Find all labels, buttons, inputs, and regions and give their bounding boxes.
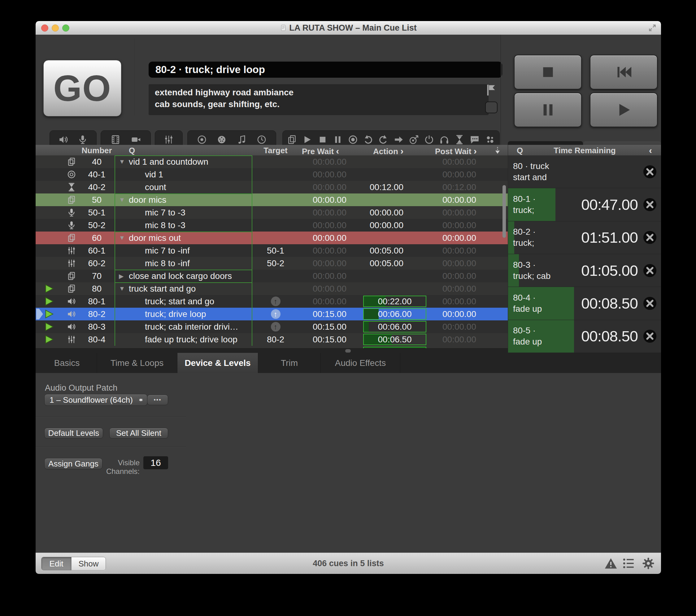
cue-row[interactable]: 80-3truck; cab interior drivi…↑00:15.000…	[36, 320, 508, 333]
post-wait-value[interactable]: 00:00.00	[429, 270, 495, 282]
cue-target-cell[interactable]: 50-1	[252, 244, 299, 257]
toolbar-redo-button[interactable]	[377, 134, 389, 145]
column-header-action[interactable]: Action ›	[373, 146, 404, 156]
pre-wait-value[interactable]: 00:15.00	[299, 308, 364, 320]
pre-wait-value[interactable]: 00:15.00	[299, 320, 364, 333]
horizontal-scrollbar[interactable]	[36, 348, 508, 353]
cue-target-cell[interactable]	[252, 270, 299, 282]
toolbar-play-button[interactable]	[301, 134, 313, 145]
cue-list-icon[interactable]	[622, 557, 636, 570]
post-wait-value[interactable]: 00:00.00	[429, 308, 495, 320]
action-cell[interactable]: 00:06.00	[364, 320, 429, 333]
vertical-scrollbar-thumb[interactable]	[503, 185, 506, 238]
pause-button[interactable]	[514, 93, 582, 127]
cue-row[interactable]: 60-2mic 8 to -inf50-200:00.0000:05.0000:…	[36, 257, 508, 270]
pre-wait-value[interactable]: 00:00.00	[299, 168, 364, 181]
post-wait-value[interactable]: 00:12.00	[429, 181, 495, 193]
flag-icon[interactable]	[485, 83, 498, 97]
toolbar-film-button[interactable]	[110, 134, 121, 145]
pre-wait-value[interactable]: 00:00.00	[299, 219, 364, 232]
action-cell[interactable]: 00:06.50	[364, 333, 429, 346]
cue-notes-field[interactable]: extended highway road ambiance cab sound…	[148, 84, 489, 115]
action-cell[interactable]	[364, 232, 429, 244]
pre-wait-value[interactable]: 00:00.00	[299, 270, 364, 282]
action-cell[interactable]	[364, 270, 429, 282]
pre-wait-value[interactable]: 00:00.00	[299, 257, 364, 270]
stop-cue-button[interactable]	[643, 165, 657, 179]
toolbar-microphone-button[interactable]	[77, 134, 89, 145]
inspector-tab-audio-effects[interactable]: Audio Effects	[321, 353, 400, 373]
horizontal-scrollbar-thumb[interactable]	[345, 349, 351, 352]
cue-target-cell[interactable]: 50-2	[252, 257, 299, 270]
cue-row[interactable]: 80-4fade up truck; drive loop80-200:15.0…	[36, 333, 508, 346]
post-wait-value[interactable]: 00:00.00	[429, 155, 495, 168]
action-cell[interactable]: 00:22.00	[364, 295, 429, 308]
cue-row[interactable]: 80-2truck; drive loop↑00:15.0000:06.0000…	[36, 308, 508, 320]
disclosure-open-icon[interactable]: ▼	[119, 234, 125, 241]
visible-channels-field[interactable]: 16	[143, 456, 168, 469]
audio-output-patch-select[interactable]: 1 – Soundflower (64ch)	[44, 394, 147, 406]
inspector-tab-trim[interactable]: Trim	[258, 353, 321, 373]
cue-name-cell[interactable]: ▼vid 1 and countdown	[114, 155, 267, 168]
toolbar-faders-button[interactable]	[163, 134, 175, 145]
inspector-tab-time-loops[interactable]: Time & Loops	[97, 353, 177, 373]
active-cue-row[interactable]: 80-4 ·fade up00:08.50	[508, 287, 661, 320]
action-cell[interactable]: 00:05.00	[364, 257, 429, 270]
toolbar-stop-button[interactable]	[317, 134, 329, 145]
toolbar-dart-button[interactable]	[408, 134, 420, 145]
action-cell[interactable]	[364, 282, 429, 295]
pre-wait-value[interactable]: 00:00.00	[299, 282, 364, 295]
stop-cue-button[interactable]	[643, 230, 657, 244]
default-levels-button[interactable]: Default Levels	[44, 428, 103, 439]
toolbar-copy-button[interactable]	[286, 134, 298, 145]
action-cell[interactable]: 00:06.00	[364, 308, 429, 320]
patch-more-button[interactable]: •••	[147, 395, 168, 405]
gear-icon[interactable]	[641, 557, 655, 570]
set-all-silent-button[interactable]: Set All Silent	[109, 428, 168, 439]
pre-wait-value[interactable]: 00:00.00	[299, 193, 364, 206]
cue-target-cell[interactable]	[252, 282, 299, 295]
post-wait-value[interactable]: 00:00.00	[429, 219, 495, 232]
toolbar-undo-button[interactable]	[362, 134, 374, 145]
post-wait-value[interactable]: 00:00.00	[429, 333, 495, 346]
cue-target-cell[interactable]	[252, 219, 299, 232]
toolbar-dots-button[interactable]	[484, 134, 496, 145]
toolbar-headphones-button[interactable]	[439, 134, 450, 145]
cue-target-cell[interactable]	[252, 193, 299, 206]
assign-gangs-button[interactable]: Assign Gangs	[44, 458, 102, 469]
cue-name-cell[interactable]: ▼truck start and go	[114, 282, 267, 295]
cue-row[interactable]: 70▶close and lock cargo doors00:00.0000:…	[36, 270, 508, 282]
pre-wait-value[interactable]: 00:00.00	[299, 206, 364, 219]
stop-cue-button[interactable]	[643, 296, 657, 311]
cue-row[interactable]: 60▼door mics out00:00.0000:00.00	[36, 232, 508, 244]
action-cell[interactable]: 00:12.00	[364, 181, 429, 193]
flag-checkbox[interactable]	[485, 101, 497, 113]
active-cue-row[interactable]: 80 · truckstart and	[508, 155, 661, 188]
stop-button[interactable]	[514, 55, 582, 90]
stop-cue-button[interactable]	[643, 329, 657, 343]
pre-wait-value[interactable]: 00:00.00	[299, 295, 364, 308]
action-cell[interactable]	[364, 168, 429, 181]
cue-row[interactable]: 50▼door mics00:00.0000:00.00	[36, 193, 508, 206]
stop-cue-button[interactable]	[643, 264, 657, 278]
action-cell[interactable]: 00:00.00	[364, 219, 429, 232]
column-header-number[interactable]: Number	[79, 146, 114, 155]
inspector-tab-basics[interactable]: Basics	[37, 353, 97, 373]
pre-wait-value[interactable]: 00:00.00	[299, 181, 364, 193]
cue-row[interactable]: 80▼truck start and go00:00.0000:00.00	[36, 282, 508, 295]
cue-row[interactable]: 40-1vid 100:00.0000:00.00	[36, 168, 508, 181]
toolbar-record-button[interactable]	[347, 134, 359, 145]
cue-name-cell[interactable]: ▼door mics out	[114, 232, 267, 244]
post-wait-value[interactable]: 00:00.00	[429, 168, 495, 181]
disclosure-open-icon[interactable]: ▼	[119, 196, 125, 203]
cue-target-cell[interactable]	[252, 181, 299, 193]
toolbar-camera-button[interactable]	[130, 134, 142, 145]
go-button[interactable]: GO	[43, 60, 121, 116]
cue-name-cell[interactable]: ▼door mics	[114, 193, 267, 206]
disclosure-closed-icon[interactable]: ▶	[119, 272, 124, 280]
load-arrow-icon[interactable]	[493, 146, 502, 155]
cue-target-cell[interactable]	[252, 168, 299, 181]
action-cell[interactable]	[364, 193, 429, 206]
action-cell[interactable]: 00:05.00	[364, 244, 429, 257]
pre-wait-value[interactable]: 00:00.00	[299, 232, 364, 244]
